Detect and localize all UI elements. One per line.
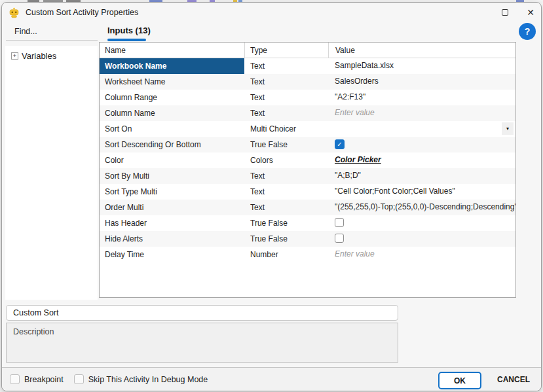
property-name-cell[interactable]: Sort Descending Or Bottom [100,137,244,152]
maximize-icon[interactable] [502,9,508,16]
skip-activity-checkbox[interactable] [74,374,84,384]
property-name-cell[interactable]: Color [100,152,244,168]
property-value-cell[interactable] [328,215,515,231]
property-value-text[interactable]: SalesOrders [335,77,379,86]
property-value-cell[interactable]: ▾ [328,121,515,137]
table-row[interactable]: Hide AlertsTrue False [100,231,515,247]
property-value-text[interactable]: "Cell Color;Font Color;Cell Values" [335,187,455,196]
property-type-cell: Text [244,200,328,215]
property-value-text[interactable]: "A;B;D" [335,171,361,180]
unchecked-checkbox[interactable] [335,234,344,243]
expand-icon[interactable]: + [11,52,18,60]
property-name-cell[interactable]: Column Range [100,90,244,105]
tab-inputs[interactable]: Inputs (13) [107,26,151,35]
table-row[interactable]: Sort Type MultiText"Cell Color;Font Colo… [100,184,515,200]
property-name-cell[interactable]: Sort By Multi [100,168,244,184]
column-header-value[interactable]: Value [328,43,515,58]
property-value-cell[interactable]: Enter value [328,247,515,262]
table-row[interactable]: ColorColorsColor Picker [100,152,515,168]
property-name-cell[interactable]: Hide Alerts [100,231,244,247]
property-name-cell[interactable]: Sort On [100,121,244,137]
properties-dialog: Custom Sort Activity Properties ✕ Find..… [1,2,542,391]
skip-activity-label: Skip This Activity In Debug Mode [88,375,208,384]
property-type-cell: Multi Choicer [244,121,328,137]
property-name-cell[interactable]: Workbook Name [100,58,244,74]
property-name-cell[interactable]: Column Name [100,105,244,121]
property-name-cell[interactable]: Delay Time [100,247,244,262]
column-header-type[interactable]: Type [244,43,328,58]
property-value-text[interactable]: "(255,255,0)-Top;(255,0,0)-Descending;De… [335,202,515,211]
checked-checkbox[interactable]: ✓ [335,139,345,149]
property-name-cell[interactable]: Sort Type Multi [100,184,244,200]
cancel-button[interactable]: CANCEL [497,375,530,384]
property-type-cell: Text [244,168,328,184]
property-value-cell[interactable]: SalesOrders [328,74,515,90]
table-row[interactable]: Order MultiText"(255,255,0)-Top;(255,0,0… [100,200,515,215]
ok-button[interactable]: OK [438,372,481,389]
footer-bar: Breakpoint Skip This Activity In Debug M… [2,367,541,391]
property-value-placeholder[interactable]: Enter value [335,108,375,117]
property-value-text[interactable]: "A2:F13" [335,92,365,101]
property-name-cell[interactable]: Worksheet Name [100,74,244,90]
property-type-cell: Text [244,90,328,105]
property-value-cell[interactable]: "A2:F13" [328,90,515,105]
variables-panel: + Variables [5,46,98,300]
close-icon[interactable]: ✕ [527,8,534,17]
breakpoint-label: Breakpoint [24,375,64,384]
table-row[interactable]: Sort Descending Or BottomTrue False✓ [100,137,515,152]
property-value-cell[interactable] [328,231,515,247]
table-header: Name Type Value [100,43,515,58]
tab-active-underline [107,39,146,41]
property-value-cell[interactable]: SampleData.xlsx [328,58,515,74]
properties-table: Name Type Value Workbook NameTextSampleD… [99,42,516,298]
robot-icon [9,7,20,18]
table-row[interactable]: Column NameTextEnter value [100,105,515,121]
property-value-placeholder[interactable]: Enter value [335,249,375,258]
property-type-cell: Text [244,105,328,121]
property-type-cell: True False [244,215,328,231]
table-row[interactable]: Sort By MultiText"A;B;D" [100,168,515,184]
property-value-cell[interactable]: ✓ [328,137,515,152]
color-picker-link[interactable]: Color Picker [335,155,381,164]
tree-item-label: Variables [22,51,56,61]
breakpoint-checkbox[interactable] [10,374,20,384]
property-type-cell: Text [244,58,328,74]
find-input[interactable]: Find... [6,24,98,41]
table-row[interactable]: Worksheet NameTextSalesOrders [100,74,515,90]
activity-name-input[interactable] [6,305,398,321]
title-bar: Custom Sort Activity Properties ✕ [2,3,541,22]
property-name-cell[interactable]: Order Multi [100,200,244,215]
description-textarea[interactable] [6,323,398,363]
help-button[interactable]: ? [519,23,536,40]
column-header-name[interactable]: Name [100,43,244,58]
property-type-cell: Text [244,74,328,90]
property-value-text[interactable]: SampleData.xlsx [335,61,394,70]
table-row[interactable]: Column RangeText"A2:F13" [100,90,515,105]
table-row[interactable]: Has HeaderTrue False [100,215,515,231]
window-title: Custom Sort Activity Properties [26,8,138,17]
property-value-cell[interactable]: Enter value [328,105,515,121]
property-value-cell[interactable]: "Cell Color;Font Color;Cell Values" [328,184,515,200]
property-type-cell: Text [244,184,328,200]
table-row[interactable]: Delay TimeNumberEnter value [100,247,515,262]
properties-table-body: Workbook NameTextSampleData.xlsxWorkshee… [100,58,515,262]
property-value-cell[interactable]: "A;B;D" [328,168,515,184]
dropdown-arrow-button[interactable]: ▾ [502,122,514,135]
unchecked-checkbox[interactable] [335,218,344,227]
property-value-cell[interactable]: Color Picker [328,152,515,168]
table-row[interactable]: Workbook NameTextSampleData.xlsx [100,58,515,74]
property-type-cell: Colors [244,152,328,168]
property-type-cell: Number [244,247,328,262]
property-value-cell[interactable]: "(255,255,0)-Top;(255,0,0)-Descending;De… [328,200,515,215]
table-row[interactable]: Sort OnMulti Choicer▾ [100,121,515,137]
property-name-cell[interactable]: Has Header [100,215,244,231]
sidebar-item-variables[interactable]: + Variables [5,46,98,61]
property-type-cell: True False [244,231,328,247]
property-type-cell: True False [244,137,328,152]
